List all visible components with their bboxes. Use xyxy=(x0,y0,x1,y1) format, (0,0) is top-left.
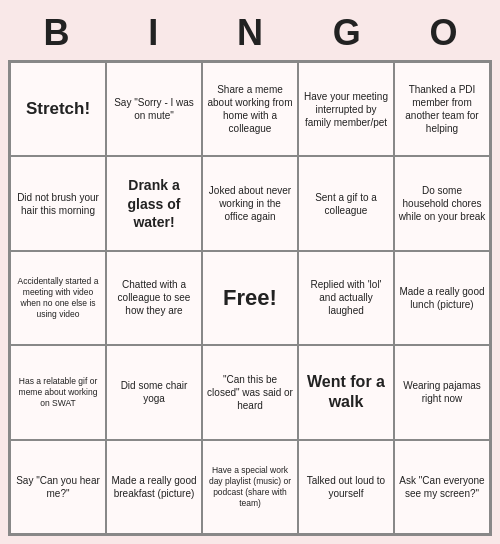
bingo-cell-18[interactable]: Went for a walk xyxy=(298,345,394,439)
cell-text-1: Say "Sorry - I was on mute" xyxy=(110,96,198,122)
bingo-cell-2[interactable]: Share a meme about working from home wit… xyxy=(202,62,298,156)
bingo-grid: Stretch!Say "Sorry - I was on mute"Share… xyxy=(8,60,492,536)
cell-text-3: Have your meeting interrupted by family … xyxy=(302,90,390,129)
bingo-cell-19[interactable]: Wearing pajamas right now xyxy=(394,345,490,439)
cell-text-11: Chatted with a colleague to see how they… xyxy=(110,278,198,317)
bingo-cell-20[interactable]: Say "Can you hear me?" xyxy=(10,440,106,534)
bingo-cell-16[interactable]: Did some chair yoga xyxy=(106,345,202,439)
title-letter-b: B xyxy=(16,12,96,54)
cell-text-23: Talked out loud to yourself xyxy=(302,474,390,500)
cell-text-10: Accidentally started a meeting with vide… xyxy=(14,276,102,320)
cell-text-8: Sent a gif to a colleague xyxy=(302,191,390,217)
cell-text-12: Free! xyxy=(223,284,277,313)
bingo-cell-14[interactable]: Made a really good lunch (picture) xyxy=(394,251,490,345)
bingo-cell-13[interactable]: Replied with 'lol' and actually laughed xyxy=(298,251,394,345)
cell-text-6: Drank a glass of water! xyxy=(110,176,198,231)
bingo-cell-15[interactable]: Has a relatable gif or meme about workin… xyxy=(10,345,106,439)
cell-text-9: Do some household chores while on your b… xyxy=(398,184,486,223)
bingo-cell-0[interactable]: Stretch! xyxy=(10,62,106,156)
cell-text-19: Wearing pajamas right now xyxy=(398,379,486,405)
bingo-cell-7[interactable]: Joked about never working in the office … xyxy=(202,156,298,250)
bingo-cell-9[interactable]: Do some household chores while on your b… xyxy=(394,156,490,250)
cell-text-2: Share a meme about working from home wit… xyxy=(206,83,294,135)
bingo-cell-8[interactable]: Sent a gif to a colleague xyxy=(298,156,394,250)
bingo-cell-4[interactable]: Thanked a PDI member from another team f… xyxy=(394,62,490,156)
bingo-cell-22[interactable]: Have a special work day playlist (music)… xyxy=(202,440,298,534)
cell-text-17: "Can this be closed" was said or heard xyxy=(206,373,294,412)
cell-text-7: Joked about never working in the office … xyxy=(206,184,294,223)
bingo-cell-3[interactable]: Have your meeting interrupted by family … xyxy=(298,62,394,156)
bingo-title: B I N G O xyxy=(8,8,492,60)
cell-text-24: Ask "Can everyone see my screen?" xyxy=(398,474,486,500)
bingo-cell-21[interactable]: Made a really good breakfast (picture) xyxy=(106,440,202,534)
cell-text-15: Has a relatable gif or meme about workin… xyxy=(14,376,102,409)
bingo-cell-11[interactable]: Chatted with a colleague to see how they… xyxy=(106,251,202,345)
title-letter-i: I xyxy=(113,12,193,54)
bingo-cell-23[interactable]: Talked out loud to yourself xyxy=(298,440,394,534)
cell-text-18: Went for a walk xyxy=(302,372,390,414)
cell-text-16: Did some chair yoga xyxy=(110,379,198,405)
bingo-cell-5[interactable]: Did not brush your hair this morning xyxy=(10,156,106,250)
cell-text-21: Made a really good breakfast (picture) xyxy=(110,474,198,500)
cell-text-14: Made a really good lunch (picture) xyxy=(398,285,486,311)
bingo-cell-12[interactable]: Free! xyxy=(202,251,298,345)
title-letter-o: O xyxy=(404,12,484,54)
bingo-cell-24[interactable]: Ask "Can everyone see my screen?" xyxy=(394,440,490,534)
cell-text-0: Stretch! xyxy=(26,98,90,120)
bingo-cell-1[interactable]: Say "Sorry - I was on mute" xyxy=(106,62,202,156)
cell-text-13: Replied with 'lol' and actually laughed xyxy=(302,278,390,317)
bingo-cell-6[interactable]: Drank a glass of water! xyxy=(106,156,202,250)
cell-text-22: Have a special work day playlist (music)… xyxy=(206,465,294,509)
bingo-cell-10[interactable]: Accidentally started a meeting with vide… xyxy=(10,251,106,345)
bingo-cell-17[interactable]: "Can this be closed" was said or heard xyxy=(202,345,298,439)
title-letter-n: N xyxy=(210,12,290,54)
cell-text-4: Thanked a PDI member from another team f… xyxy=(398,83,486,135)
cell-text-5: Did not brush your hair this morning xyxy=(14,191,102,217)
cell-text-20: Say "Can you hear me?" xyxy=(14,474,102,500)
title-letter-g: G xyxy=(307,12,387,54)
